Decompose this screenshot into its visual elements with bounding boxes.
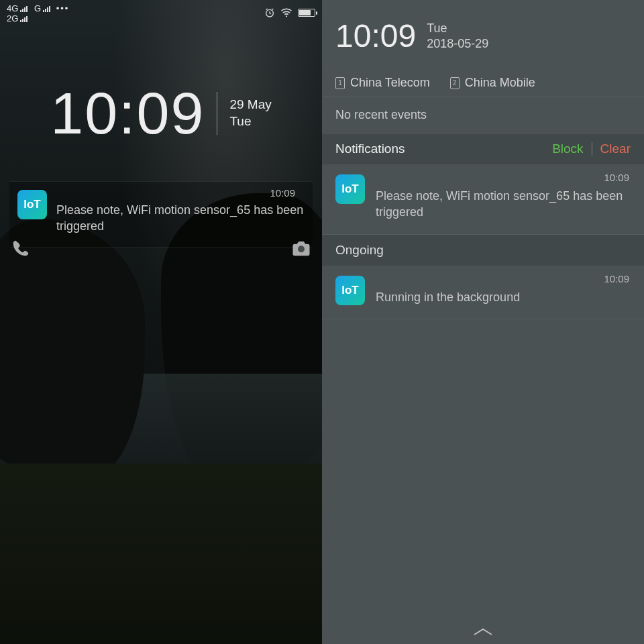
clock-date: 29 May: [229, 97, 271, 113]
lockscreen: 4G G ••• 2G 10:09 29 May Tue IoT 10:0: [0, 0, 322, 644]
wifi-icon: [280, 7, 292, 19]
notification-time: 10:09: [604, 273, 629, 284]
notifications-label: Notifications: [335, 142, 405, 156]
sim-2-name: China Mobile: [465, 76, 535, 90]
camera-icon: [291, 238, 311, 258]
notifications-header: Notifications Block Clear: [322, 133, 644, 165]
network-2-label: 2G: [7, 14, 18, 24]
battery-icon: [298, 9, 315, 17]
signal-bars-icon: [20, 5, 28, 12]
chevron-up-icon: [472, 627, 494, 637]
notification-shade: 10:09 Tue 2018-05-29 1 China Telecom 2 C…: [322, 0, 644, 644]
notification-item[interactable]: IoT 10:09 Please note, WiFi motion senso…: [322, 165, 644, 235]
app-icon-iot: IoT: [17, 190, 47, 219]
more-icon: •••: [52, 4, 69, 14]
notification-time: 10:09: [604, 172, 629, 183]
phone-icon: [11, 238, 31, 258]
alarm-icon: [264, 7, 275, 18]
notification-time: 10:09: [270, 187, 295, 199]
notification-text: Please note, WiFi motion sensor_65 has b…: [56, 190, 305, 235]
shade-header: 10:09 Tue 2018-05-29: [322, 0, 644, 66]
no-recent-events: No recent events: [322, 97, 644, 133]
clear-button[interactable]: Clear: [600, 142, 631, 156]
block-button[interactable]: Block: [552, 142, 583, 156]
network-1-label: 4G: [7, 4, 18, 14]
network-g-label: G: [34, 4, 41, 14]
sim-card-icon: 1: [335, 77, 345, 89]
app-icon-iot: IoT: [335, 174, 365, 204]
shade-time: 10:09: [335, 17, 416, 54]
clock-day: Tue: [229, 113, 271, 130]
notification-text: Please note, WiFi motion sensor_65 has b…: [376, 174, 631, 221]
sim-2[interactable]: 2 China Mobile: [450, 76, 535, 90]
shade-day: Tue: [427, 21, 488, 36]
sim-card-icon: 2: [450, 77, 460, 89]
carrier-row: 1 China Telecom 2 China Mobile: [322, 66, 644, 97]
status-bar: 4G G ••• 2G: [0, 0, 322, 32]
signal-bars-icon: [43, 5, 50, 12]
ongoing-header: Ongoing: [322, 235, 644, 266]
sim-1[interactable]: 1 China Telecom: [335, 76, 430, 90]
shade-date: 2018-05-29: [427, 36, 488, 52]
notification-text: Running in the background: [376, 276, 631, 305]
lockscreen-clock: 10:09 29 May Tue: [0, 79, 322, 148]
ongoing-notification-item[interactable]: IoT 10:09 Running in the background: [322, 266, 644, 319]
app-icon-iot: IoT: [335, 276, 365, 305]
shade-drag-handle[interactable]: [322, 627, 644, 637]
sim-1-name: China Telecom: [350, 76, 430, 90]
phone-shortcut[interactable]: [11, 238, 31, 261]
camera-shortcut[interactable]: [291, 238, 311, 261]
signal-bars-icon: [20, 15, 28, 22]
svg-point-2: [298, 246, 305, 252]
clock-time: 10:09: [50, 79, 205, 148]
svg-point-1: [286, 15, 287, 17]
